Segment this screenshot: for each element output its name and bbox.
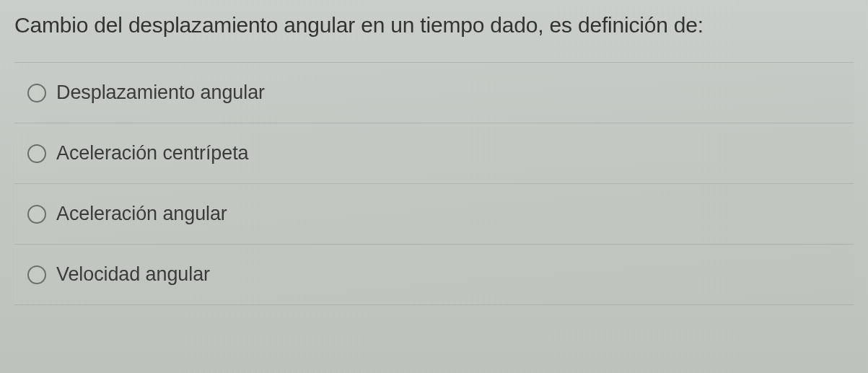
- option-label: Velocidad angular: [56, 263, 210, 286]
- option-label: Aceleración centrípeta: [56, 142, 248, 164]
- option-desplazamiento-angular[interactable]: Desplazamiento angular: [14, 63, 854, 123]
- option-velocidad-angular[interactable]: Velocidad angular: [14, 245, 854, 305]
- radio-icon[interactable]: [27, 144, 46, 163]
- radio-icon[interactable]: [27, 84, 46, 102]
- question-text: Cambio del desplazamiento angular en un …: [14, 13, 854, 62]
- radio-icon[interactable]: [27, 205, 46, 224]
- option-aceleracion-angular[interactable]: Aceleración angular: [14, 184, 854, 245]
- option-label: Aceleración angular: [56, 203, 227, 225]
- option-label: Desplazamiento angular: [56, 82, 265, 104]
- question-container: Cambio del desplazamiento angular en un …: [0, 0, 868, 373]
- options-list: Desplazamiento angular Aceleración centr…: [14, 62, 854, 305]
- radio-icon[interactable]: [27, 266, 46, 284]
- option-aceleracion-centripeta[interactable]: Aceleración centrípeta: [14, 123, 854, 184]
